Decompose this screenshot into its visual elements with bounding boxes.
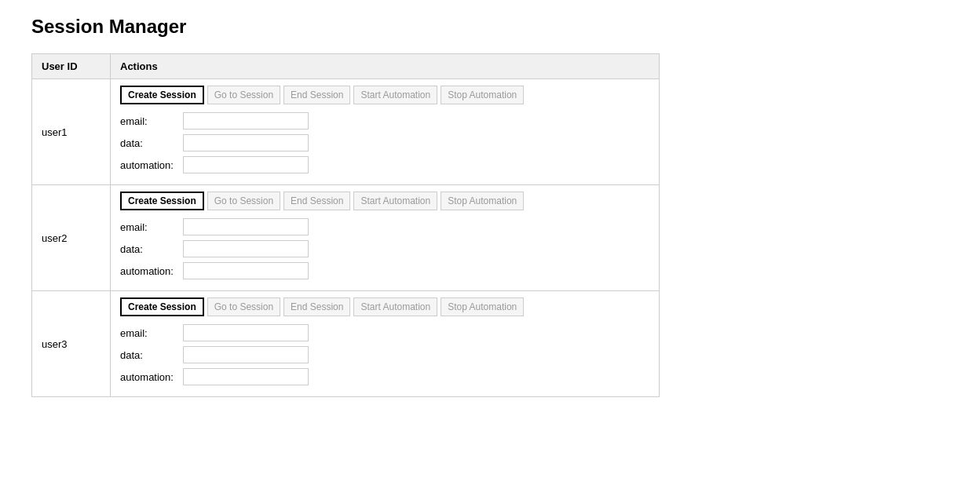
start-automation-button-user2[interactable]: Start Automation bbox=[353, 192, 437, 210]
data-label-user2: data: bbox=[120, 243, 183, 255]
actions-cell-user1: Create SessionGo to SessionEnd SessionSt… bbox=[111, 79, 660, 185]
automation-label-user1: automation: bbox=[120, 159, 183, 171]
data-input-user1[interactable] bbox=[183, 134, 309, 151]
end-session-button-user2[interactable]: End Session bbox=[283, 192, 350, 210]
email-label-user1: email: bbox=[120, 115, 183, 127]
field-row-data-user1: data: bbox=[120, 134, 649, 151]
email-label-user3: email: bbox=[120, 327, 183, 339]
email-input-user1[interactable] bbox=[183, 112, 309, 130]
email-label-user2: email: bbox=[120, 221, 183, 233]
create-session-button-user3[interactable]: Create Session bbox=[120, 297, 204, 316]
create-session-button-user2[interactable]: Create Session bbox=[120, 192, 204, 210]
stop-automation-button-user2[interactable]: Stop Automation bbox=[441, 192, 524, 210]
automation-input-user2[interactable] bbox=[183, 262, 309, 279]
automation-input-user1[interactable] bbox=[183, 156, 309, 173]
button-row-user1: Create SessionGo to SessionEnd SessionSt… bbox=[120, 86, 649, 104]
button-row-user3: Create SessionGo to SessionEnd SessionSt… bbox=[120, 297, 649, 316]
field-row-email-user3: email: bbox=[120, 324, 649, 341]
field-row-email-user2: email: bbox=[120, 218, 649, 235]
actions-cell-user2: Create SessionGo to SessionEnd SessionSt… bbox=[111, 185, 660, 291]
automation-input-user3[interactable] bbox=[183, 368, 309, 385]
create-session-button-user1[interactable]: Create Session bbox=[120, 86, 204, 104]
data-input-user3[interactable] bbox=[183, 346, 309, 363]
stop-automation-button-user1[interactable]: Stop Automation bbox=[441, 86, 524, 104]
email-input-user2[interactable] bbox=[183, 218, 309, 235]
col-header-actions: Actions bbox=[111, 54, 660, 79]
col-header-user-id: User ID bbox=[32, 54, 111, 79]
user-id-cell-user2: user2 bbox=[32, 185, 111, 291]
start-automation-button-user1[interactable]: Start Automation bbox=[353, 86, 437, 104]
table-row: user2Create SessionGo to SessionEnd Sess… bbox=[32, 185, 660, 291]
data-label-user3: data: bbox=[120, 349, 183, 361]
page-title: Session Manager bbox=[31, 16, 949, 38]
field-row-automation-user3: automation: bbox=[120, 368, 649, 385]
user-id-cell-user1: user1 bbox=[32, 79, 111, 185]
start-automation-button-user3[interactable]: Start Automation bbox=[353, 297, 437, 316]
user-id-cell-user3: user3 bbox=[32, 291, 111, 397]
field-row-automation-user2: automation: bbox=[120, 262, 649, 279]
automation-label-user2: automation: bbox=[120, 265, 183, 277]
automation-label-user3: automation: bbox=[120, 371, 183, 383]
button-row-user2: Create SessionGo to SessionEnd SessionSt… bbox=[120, 192, 649, 210]
end-session-button-user3[interactable]: End Session bbox=[283, 297, 350, 316]
field-row-data-user3: data: bbox=[120, 346, 649, 363]
table-row: user3Create SessionGo to SessionEnd Sess… bbox=[32, 291, 660, 397]
actions-cell-user3: Create SessionGo to SessionEnd SessionSt… bbox=[111, 291, 660, 397]
email-input-user3[interactable] bbox=[183, 324, 309, 341]
field-row-data-user2: data: bbox=[120, 240, 649, 257]
data-label-user1: data: bbox=[120, 137, 183, 149]
field-row-automation-user1: automation: bbox=[120, 156, 649, 173]
go-to-session-button-user2[interactable]: Go to Session bbox=[207, 192, 280, 210]
end-session-button-user1[interactable]: End Session bbox=[283, 86, 350, 104]
stop-automation-button-user3[interactable]: Stop Automation bbox=[441, 297, 524, 316]
go-to-session-button-user1[interactable]: Go to Session bbox=[207, 86, 280, 104]
go-to-session-button-user3[interactable]: Go to Session bbox=[207, 297, 280, 316]
table-header-row: User ID Actions bbox=[32, 54, 660, 79]
table-row: user1Create SessionGo to SessionEnd Sess… bbox=[32, 79, 660, 185]
data-input-user2[interactable] bbox=[183, 240, 309, 257]
field-row-email-user1: email: bbox=[120, 112, 649, 130]
session-manager-table: User ID Actions user1Create SessionGo to… bbox=[31, 53, 660, 397]
